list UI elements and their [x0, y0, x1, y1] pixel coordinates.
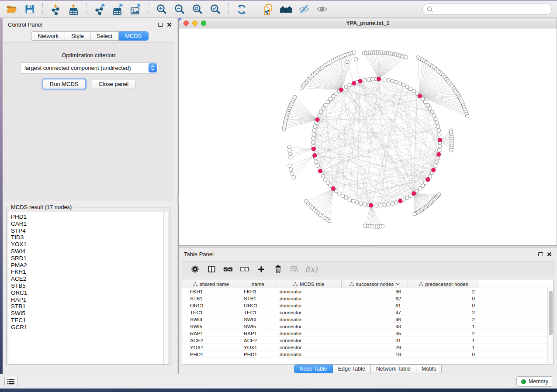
task-history-button[interactable] — [4, 377, 17, 386]
mcds-node-item[interactable]: TEC1 — [11, 317, 163, 324]
table-cell[interactable]: 47 — [342, 309, 408, 316]
table-scrollbar[interactable] — [547, 288, 553, 364]
table-cell[interactable]: 35 — [342, 330, 408, 337]
mcds-node-item[interactable]: PMA2 — [11, 262, 163, 269]
table-row[interactable]: YOX1YOX1connector291 — [182, 344, 553, 351]
create-column-button[interactable] — [253, 263, 270, 276]
table-row[interactable]: FKH1FKH1dominator962 — [182, 288, 553, 295]
table-cell[interactable]: TEC1 — [240, 309, 276, 316]
table-cell[interactable]: FKH1 — [182, 288, 240, 295]
tab-node-table[interactable]: Node Table — [294, 364, 333, 373]
column-header-successor-nodes[interactable]: successor nodes — [342, 280, 408, 288]
table-cell[interactable]: dominator — [276, 302, 342, 309]
table-cell[interactable]: FKH1 — [240, 288, 276, 295]
table-cell[interactable]: dominator — [276, 316, 342, 323]
mcds-node-item[interactable]: GCR1 — [11, 324, 163, 331]
table-cell[interactable]: 62 — [342, 295, 408, 302]
table-cell[interactable]: 2 — [408, 288, 479, 295]
close-panel-icon[interactable] — [167, 22, 172, 27]
import-network-button[interactable] — [47, 2, 65, 17]
tab-edge-table[interactable]: Edge Table — [333, 364, 371, 373]
table-cell[interactable]: 46 — [342, 316, 408, 323]
first-neighbors-button[interactable] — [277, 2, 295, 17]
table-cell[interactable]: dominator — [276, 330, 342, 337]
run-mcds-button[interactable]: Run MCDS — [43, 79, 86, 89]
table-settings-button[interactable] — [187, 263, 203, 276]
table-cell[interactable]: connector — [276, 309, 342, 316]
table-cell[interactable]: 18 — [342, 351, 408, 358]
criterion-select[interactable]: largest connected component (undirected) — [20, 62, 158, 73]
scrollbar-thumb[interactable] — [549, 291, 553, 335]
float-panel-icon[interactable] — [538, 252, 543, 256]
search-box[interactable] — [422, 3, 552, 15]
table-row[interactable]: SWI4SWI4dominator462 — [182, 316, 553, 323]
zoom-fit-button[interactable] — [189, 2, 207, 17]
open-session-button[interactable] — [3, 2, 21, 17]
mcds-node-item[interactable]: YOX1 — [11, 241, 163, 248]
table-cell[interactable]: dominator — [276, 288, 342, 295]
mcds-node-item[interactable]: PHD1 — [11, 213, 163, 220]
table-cell[interactable]: 43 — [342, 323, 408, 330]
table-cell[interactable]: YOX1 — [182, 344, 240, 351]
mcds-node-item[interactable]: FKH1 — [11, 268, 163, 275]
table-cell[interactable]: connector — [276, 337, 342, 344]
network-window-titlebar[interactable]: YPA_prune.txt_1 — [179, 18, 557, 28]
show-all-button[interactable] — [313, 2, 331, 17]
clone-network-button[interactable] — [259, 2, 277, 17]
mcds-list-scrollbar[interactable] — [163, 212, 169, 364]
mcds-node-item[interactable]: ORC1 — [11, 289, 163, 296]
table-cell[interactable]: SWI4 — [182, 316, 240, 323]
table-cell[interactable]: 2 — [408, 316, 479, 323]
table-cell[interactable]: SWI5 — [182, 323, 240, 330]
export-table-button[interactable] — [109, 2, 127, 17]
tab-mcds[interactable]: MCDS — [119, 31, 148, 41]
tab-motifs[interactable]: Motifs — [416, 364, 442, 373]
table-cell[interactable]: connector — [276, 344, 342, 351]
column-header-name[interactable]: name — [240, 280, 276, 288]
table-cell[interactable]: ORC1 — [182, 302, 240, 309]
zoom-out-button[interactable] — [171, 2, 189, 17]
table-cell[interactable]: 1 — [408, 344, 479, 351]
close-panel-button[interactable]: Close panel — [92, 79, 136, 89]
table-cell[interactable]: STB1 — [240, 295, 276, 302]
float-panel-icon[interactable] — [158, 23, 163, 27]
table-cell[interactable]: 96 — [342, 288, 408, 295]
mcds-node-item[interactable]: STB5 — [11, 282, 163, 289]
export-image-button[interactable] — [127, 2, 145, 17]
search-input[interactable] — [436, 5, 551, 14]
mcds-node-item[interactable]: TID3 — [11, 234, 163, 241]
table-cell[interactable]: PHD1 — [182, 351, 240, 358]
tab-network[interactable]: Network — [31, 31, 65, 41]
table-row[interactable]: ORC1ORC1dominator610 — [182, 302, 553, 309]
table-cell[interactable]: RAP1 — [240, 330, 276, 337]
tab-network-table[interactable]: Network Table — [371, 364, 416, 373]
table-row[interactable]: RAP1RAP1dominator352 — [182, 330, 553, 337]
table-cell[interactable]: 1 — [408, 323, 479, 330]
table-cell[interactable]: ACE2 — [240, 337, 276, 344]
table-cell[interactable]: SWI4 — [240, 316, 276, 323]
table-cell[interactable]: PHD1 — [240, 351, 276, 358]
table-row[interactable]: PHD1PHD1dominator180 — [182, 351, 553, 358]
deselect-all-columns-button[interactable] — [236, 263, 253, 276]
table-row[interactable]: SWI5SWI5connector431 — [182, 323, 553, 330]
close-panel-icon[interactable] — [547, 252, 552, 257]
table-cell[interactable]: 2 — [408, 330, 479, 337]
table-row[interactable]: TEC1TEC1connector472 — [182, 309, 553, 316]
table-cell[interactable]: 1 — [408, 337, 479, 344]
table-cell[interactable]: 29 — [342, 344, 408, 351]
table-cell[interactable]: connector — [276, 323, 342, 330]
table-row[interactable]: ACE2ACE2connector311 — [182, 337, 553, 344]
column-header-shared-name[interactable]: shared name — [182, 280, 240, 288]
table-cell[interactable]: TEC1 — [182, 309, 240, 316]
table-cell[interactable]: 2 — [408, 309, 479, 316]
table-cell[interactable]: STB1 — [182, 295, 240, 302]
table-cell[interactable]: RAP1 — [182, 330, 240, 337]
table-cell[interactable]: 31 — [342, 337, 408, 344]
table-cell[interactable]: 0 — [408, 351, 479, 358]
zoom-selected-button[interactable] — [207, 2, 225, 17]
tab-style[interactable]: Style — [65, 31, 90, 41]
table-cell[interactable]: 0 — [408, 295, 479, 302]
hide-selected-button[interactable] — [295, 2, 313, 17]
export-network-button[interactable] — [91, 2, 109, 17]
mcds-node-item[interactable]: SRD1 — [11, 255, 163, 262]
